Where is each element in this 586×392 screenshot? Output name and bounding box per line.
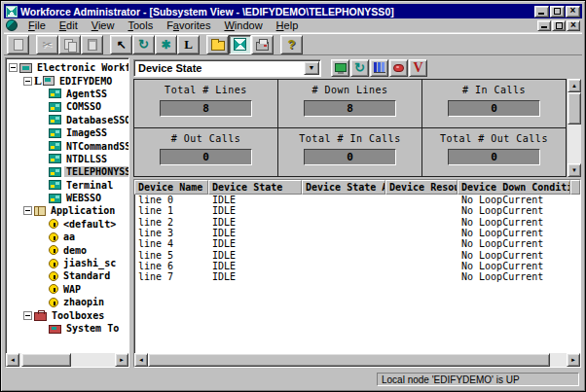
application-window: Workforce Administrator - [Subsystem Vie… [0,0,586,392]
device-monitor-button[interactable] [331,59,349,77]
scroll-left-arrow[interactable]: ◄ [6,353,19,367]
copy-button[interactable] [58,35,81,54]
table-row[interactable]: line 7IDLENo LoopCurrent [134,271,580,282]
tree-item-agentss[interactable]: AgentSS [9,88,128,100]
tree-item-websso[interactable]: WEBSSO [9,192,128,204]
processes-button[interactable]: ✱ [155,35,177,54]
menu-help[interactable]: Help [270,18,306,32]
tree-item-aa[interactable]: aa [9,231,128,243]
tree-item-toolboxes[interactable]: Toolboxes [9,308,128,321]
table-cell: line 5 [134,250,208,261]
menu-file[interactable]: File [21,18,53,32]
print-button[interactable] [251,35,274,54]
scroll-down-arrow[interactable]: ▼ [568,163,581,177]
tree-item-terminal[interactable]: Terminal [9,179,128,192]
tree-item-label: NTCommandSS [64,141,128,152]
scroll-track[interactable] [568,92,581,163]
tree-item-edifydemo[interactable]: LEDIFYDEMO [9,74,128,87]
table-body: line 0IDLENo LoopCurrentline 1IDLENo Loo… [134,195,580,353]
scroll-track[interactable] [148,353,567,367]
menu-favorites[interactable]: Favorites [160,18,217,32]
column-header-extra[interactable] [570,180,580,195]
expand-box-icon[interactable] [9,63,18,72]
child-minimize-button[interactable] [537,20,551,31]
scroll-right-arrow[interactable]: ► [115,353,128,367]
stat-panel-total-in-calls: Total # In Calls0 [278,128,422,177]
restore-button[interactable] [550,6,565,18]
minimize-button[interactable] [534,6,549,18]
tree-item-databasesso[interactable]: DatabaseSSO [9,114,128,126]
tree-item-imagess[interactable]: ImageSS [9,126,128,139]
expand-box-icon[interactable] [23,77,32,86]
child-close-button[interactable]: × [567,20,580,31]
tree-item-comsso[interactable]: COMSSO [9,100,128,113]
menu-window[interactable]: Window [217,18,269,32]
tree-item-ntdllss[interactable]: NTDLLSS [9,153,128,165]
scroll-thumb[interactable] [148,353,550,367]
expand-box-icon[interactable] [23,206,32,215]
paste-button[interactable] [81,35,103,54]
select-pointer-button[interactable]: ↖ [110,35,132,54]
view-selector[interactable]: Device State ▼ [133,59,321,77]
tree-item-telephonyss0[interactable]: TELEPHONYSS0 [9,165,128,178]
table-row[interactable]: line 3IDLENo LoopCurrent [134,228,580,238]
tree-item-system-to[interactable]: System To [9,322,128,335]
scroll-thumb[interactable] [568,92,581,125]
scroll-right-arrow[interactable]: ► [567,353,580,367]
column-header-device-down-condition[interactable]: Device Down Condition [458,180,570,195]
tree-item-label: AgentSS [64,89,109,99]
column-header-device-name[interactable]: Device Name [134,180,208,195]
refresh-view-button[interactable]: ↻ [350,59,369,77]
table-cell: No LoopCurrent [458,271,570,282]
cut-button[interactable]: ✂ [36,35,58,54]
tree-item-wap[interactable]: WAP [9,283,128,296]
alarms-button[interactable] [389,59,408,77]
tree-item-label: TELEPHONYSS0 [64,166,128,177]
child-restore-button[interactable] [552,20,566,31]
menu-edit[interactable]: Edit [53,18,85,32]
table-row[interactable]: line 5IDLENo LoopCurrent [134,249,580,260]
tree-item-electronic-workfor[interactable]: Electronic Workfor [9,61,128,74]
tree-item-demo[interactable]: demo [9,243,128,256]
table-cell: IDLE [208,228,302,238]
status-message: Local node 'EDIFYDEMO' is UP [377,373,579,386]
table-row[interactable]: line 2IDLENo LoopCurrent [134,217,580,228]
scroll-up-arrow[interactable]: ▲ [568,79,581,92]
tree-panel: Electronic WorkforLEDIFYDEMOAgentSSCOMSS… [5,57,129,368]
chevron-down-icon[interactable]: ▼ [304,61,319,75]
help-button[interactable]: ? [280,35,303,54]
table-row[interactable]: line 6IDLENo LoopCurrent [134,261,580,271]
tree-item-zhaopin[interactable]: zhaopin [9,296,128,308]
column-header-device-resou[interactable]: Device Resou... [385,180,458,195]
refresh-button[interactable]: ↻ [132,35,155,54]
tree-item-default[interactable]: <default> [9,218,128,231]
subsystem-view-button[interactable] [229,35,251,54]
tree-item-standard[interactable]: Standard [9,269,128,282]
table-row[interactable]: line 1IDLENo LoopCurrent [134,205,580,216]
table-row[interactable]: line 4IDLENo LoopCurrent [134,238,580,249]
subsystem-icon [49,167,61,177]
new-button[interactable] [7,35,29,54]
tree-item-ntcommandss[interactable]: NTCommandSS [9,139,128,152]
menu-tools[interactable]: Tools [121,18,160,32]
menu-view[interactable]: View [85,18,122,32]
red-check-icon: V [413,61,422,75]
tree-item-application[interactable]: Application [9,204,128,217]
document-system-menu-icon[interactable] [6,19,18,31]
open-folder-button[interactable] [206,35,229,54]
expand-box-icon[interactable] [23,311,32,320]
legend-button[interactable]: L [177,35,200,54]
tree-item-label: Toolboxes [50,310,106,321]
tree-item-jiashi-sc[interactable]: jiashi_sc [9,257,128,269]
scroll-track[interactable] [19,353,115,367]
table-row[interactable]: line 0IDLENo LoopCurrent [134,195,580,205]
validate-button[interactable]: V [409,59,427,77]
tree-item-label: EDIFYDEMO [57,76,114,87]
scroll-left-arrow[interactable]: ◄ [134,353,148,367]
column-header-device-state[interactable]: Device State [208,180,302,195]
column-header-device-state-a[interactable]: Device State A... [302,180,385,195]
close-button[interactable]: × [566,6,580,18]
subsystem-icon [49,141,61,151]
scroll-thumb[interactable] [21,353,71,367]
statistics-button[interactable] [370,59,388,77]
